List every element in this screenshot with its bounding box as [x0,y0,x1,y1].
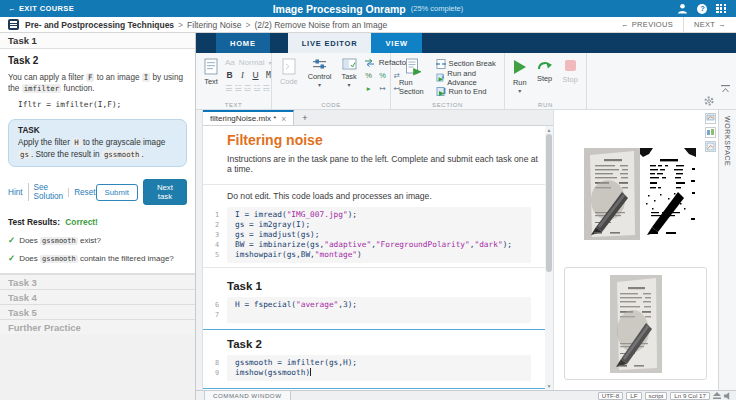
task4-header[interactable]: Task 4 [0,289,195,304]
task-instruction-box: TASK Apply the filter H to the grayscale… [8,119,187,167]
scroll-down-icon[interactable]: ▼ [545,383,553,389]
bold-button[interactable]: B [225,70,234,80]
code-section-task1[interactable]: 67 H = fspecial("average",3); [203,297,545,323]
tab-home[interactable]: HOME [216,33,270,53]
code-lines[interactable]: gssmooth = imfilter(gs,H);imshow(gssmoot… [227,355,531,381]
breadcrumb-item-section[interactable]: Pre- and Postprocessing Techniques [25,20,174,30]
font-style-icon[interactable]: Aa [225,58,235,67]
exit-course-button[interactable]: ← EXIT COURSE [0,4,74,13]
control-slider-icon [312,58,327,70]
code-lines[interactable]: I = imread("IMG_007.jpg");gs = im2gray(I… [227,207,531,263]
stop-button[interactable]: Stop [560,56,581,86]
step-arrow-icon [537,58,553,72]
document-tab-filteringNoise[interactable]: filteringNoise.mlx * × [202,110,294,125]
document-intro: Instructions are in the task pane to the… [227,154,545,174]
comment-button[interactable]: % [364,71,374,80]
status-bar: COMMAND WINDOW UTF-8 LF script Ln 9 Col … [196,390,736,400]
user-icon[interactable] [677,3,688,14]
insert-code-button[interactable]: Code [277,56,301,88]
help-icon[interactable]: ? [697,4,707,14]
task5-header[interactable]: Task 5 [0,304,195,319]
further-practice-header[interactable]: Further Practice [0,319,195,334]
run-and-advance-button[interactable]: Run and Advance [436,71,499,84]
gear-icon[interactable] [704,96,714,106]
document-heading: Filtering noise [227,132,545,148]
list-format-icons[interactable]: ☰ ☱ ☲ ☳ ☴ [225,84,270,93]
task-box-title: TASK [18,126,177,135]
code-lines[interactable]: H = fspecial("average",3); [227,297,531,323]
figure-action-icon-1[interactable] [705,113,716,124]
scroll-up-icon[interactable]: ▲ [545,127,553,133]
insert-text-button[interactable]: Text [201,56,221,88]
breadcrumb-item-lesson[interactable]: Filtering Noise [187,20,241,30]
course-outline-icon[interactable] [8,19,19,30]
next-task-button[interactable]: Next task [143,179,187,205]
montage-binarized-image [640,148,696,240]
hint-link[interactable]: Hint [8,188,23,197]
section-break-label: Section Break [449,59,496,68]
task2-title: Task 2 [8,55,187,66]
reset-link[interactable]: Reset [68,188,95,197]
breadcrumb-separator: > [178,20,183,30]
insert-task-button[interactable]: Task ▾ [339,56,360,89]
step-button[interactable]: Step [534,56,556,85]
back-arrow-icon: ← [8,4,16,13]
run-section-button[interactable]: Run Section [396,56,432,98]
section-break-icon [436,59,446,69]
run-play-icon [514,60,526,74]
task1-header[interactable]: Task 1 [0,33,195,49]
text-style-select[interactable]: Normal [239,58,265,67]
group-section: Run Section Section Break Run and Advanc… [391,53,505,109]
see-solution-link[interactable]: See Solution [28,183,64,201]
test-check-item: ✓ Does gssmooth contain the filtered ima… [8,253,187,263]
run-button[interactable]: Run ▾ [510,56,530,95]
submit-button[interactable]: Submit [96,184,138,201]
tab-view[interactable]: VIEW [371,33,421,53]
scrollbar-thumb[interactable] [546,134,552,272]
code-section-task2[interactable]: 89 gssmooth = imfilter(gs,H);imshow(gssm… [203,355,545,381]
group-label-run: RUN [505,102,586,108]
editor-scrollbar[interactable]: ▲ ▼ [545,126,553,390]
previous-button[interactable]: ← PREVIOUS [611,17,683,32]
course-progress: (25% complete) [411,4,464,13]
group-label-code: CODE [272,102,390,108]
collapse-toolstrip-icon[interactable] [721,85,730,93]
task3-header[interactable]: Task 3 [0,274,195,289]
new-tab-button[interactable]: + [294,110,315,125]
figure-action-icon-2[interactable] [705,127,716,138]
task1-heading: Task 1 [227,280,262,292]
smart-indent-icon[interactable]: ▸ [364,84,374,93]
test-results-status: Correct! [65,217,98,227]
figure-action-icon-3[interactable] [705,141,716,152]
code-button-label: Code [280,77,298,86]
code-section-setup[interactable]: 12345 I = imread("IMG_007.jpg");gs = im2… [203,207,545,263]
code-chip: gssmooth [102,150,142,159]
next-label: NEXT [694,20,715,29]
live-editor[interactable]: Filtering noise Instructions are in the … [203,126,545,390]
uncomment-button[interactable]: % [378,71,388,80]
breadcrumb-separator: > [245,20,250,30]
toolstrip: Text Aa Normal ▾ B I U M ☰ ☱ ☲ ☳ ☴ TEXT … [196,53,736,110]
workspace-tab[interactable]: WORKSPACE [724,110,731,166]
task2-description: You can apply a filter F to an image I b… [8,72,187,94]
previous-arrow-icon: ← [621,20,629,29]
indent-right-icon[interactable]: ↦ [378,84,388,93]
underline-button[interactable]: U [251,70,260,80]
task-pane: Task 1 Task 2 You can apply a filter F t… [0,33,196,400]
tab-live-editor[interactable]: LIVE EDITOR [288,33,372,53]
task2-section: Task 2 You can apply a filter F to an im… [0,49,195,274]
run-to-end-button[interactable]: Run to End [436,85,499,98]
apps-grid-icon[interactable] [716,4,726,14]
course-title: Image Processing Onramp [273,3,406,15]
checkmark-icon: ✓ [8,235,15,245]
breadcrumb-bar: Pre- and Postprocessing Techniques > Fil… [0,17,736,33]
next-button[interactable]: NEXT → [683,17,736,32]
line-numbers: 12345 [203,207,227,263]
speaker-icon[interactable] [724,392,732,400]
eject-icon[interactable] [713,392,721,400]
italic-button[interactable]: I [238,70,247,80]
close-tab-icon[interactable]: × [281,114,286,124]
editor-left-gutter-strip [196,110,203,390]
command-window-tab[interactable]: COMMAND WINDOW [204,391,291,400]
insert-control-button[interactable]: Control ▾ [305,56,335,89]
